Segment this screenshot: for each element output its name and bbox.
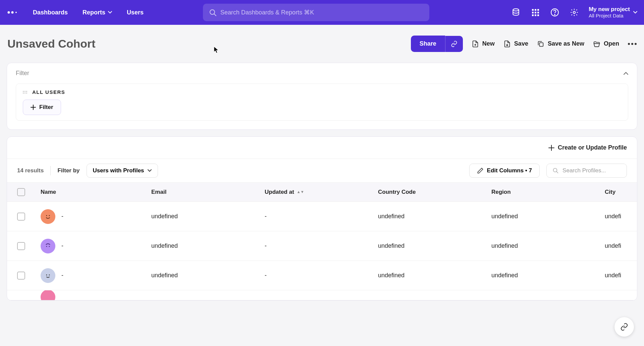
apps-grid-icon[interactable]	[530, 7, 540, 17]
cell-email: undefined	[151, 272, 265, 279]
create-profile-button[interactable]: Create or Update Profile	[548, 144, 627, 151]
plus-icon	[31, 105, 36, 110]
row-checkbox[interactable]	[17, 242, 25, 250]
cell-email: undefined	[151, 242, 265, 249]
filter-label: Filter	[16, 70, 29, 77]
profiles-table: Name Email Updated at ▲▼ Country Code Re…	[7, 182, 637, 300]
svg-rect-6	[532, 9, 534, 11]
svg-point-17	[573, 11, 576, 14]
share-button[interactable]: Share	[411, 36, 445, 52]
col-region[interactable]: Region	[491, 189, 605, 195]
nav-dashboards[interactable]: Dashboards	[25, 0, 75, 25]
svg-rect-10	[535, 12, 536, 13]
users-with-profiles-dropdown[interactable]: Users with Profiles	[87, 164, 158, 178]
results-count: 14 results	[17, 167, 44, 174]
help-icon[interactable]	[550, 7, 560, 17]
table-row[interactable]: - undefined - undefined undefined undefi	[7, 202, 637, 231]
col-updated-at[interactable]: Updated at ▲▼	[265, 189, 378, 195]
add-filter-button[interactable]: Filter	[23, 100, 61, 115]
col-country-code[interactable]: Country Code	[378, 189, 491, 195]
nav-reports-label: Reports	[83, 9, 105, 16]
col-email[interactable]: Email	[151, 189, 265, 195]
col-city[interactable]: City	[605, 189, 637, 195]
new-button[interactable]: New	[472, 40, 495, 48]
add-filter-label: Filter	[39, 104, 53, 111]
select-all-checkbox[interactable]	[17, 188, 25, 196]
drag-handle-icon[interactable]	[23, 91, 28, 94]
uwp-label: Users with Profiles	[93, 167, 144, 174]
edit-columns-button[interactable]: Edit Columns • 7	[469, 164, 540, 178]
open-label: Open	[604, 40, 619, 47]
svg-rect-12	[532, 14, 534, 16]
svg-point-30	[49, 246, 50, 247]
avatar	[41, 239, 55, 253]
svg-point-16	[554, 14, 555, 15]
svg-rect-13	[535, 14, 536, 16]
svg-rect-8	[537, 9, 539, 11]
nav-users[interactable]: Users	[119, 0, 151, 25]
copy-link-button[interactable]	[445, 36, 463, 52]
search-profiles[interactable]	[546, 164, 627, 178]
row-checkbox[interactable]	[17, 272, 25, 280]
search-profiles-input[interactable]	[562, 167, 621, 174]
search-placeholder: Search Dashboards & Reports ⌘K	[220, 9, 314, 16]
row-checkbox[interactable]	[17, 213, 25, 221]
link-icon	[451, 41, 458, 47]
app-logo[interactable]	[6, 6, 19, 19]
filter-by-label: Filter by	[57, 167, 79, 174]
open-button[interactable]: Open	[593, 40, 619, 48]
cell-updated: -	[265, 272, 378, 279]
cell-cc: undefined	[378, 213, 491, 220]
project-scope: All Project Data	[589, 13, 630, 19]
table-row[interactable]: - undefined - undefined undefined undefi	[7, 231, 637, 261]
settings-icon[interactable]	[569, 7, 579, 17]
all-users-header: ALL USERS	[23, 89, 621, 95]
cell-updated: -	[265, 242, 378, 249]
cell-region: undefined	[491, 213, 605, 220]
create-profile-label: Create or Update Profile	[558, 144, 627, 151]
table-row[interactable]	[7, 290, 637, 300]
table-row[interactable]: - undefined - undefined undefined undefi	[7, 261, 637, 290]
nav-reports[interactable]: Reports	[75, 0, 119, 25]
save-as-new-button[interactable]: Save as New	[537, 40, 584, 48]
filter-card: Filter ALL USERS Filter	[7, 63, 637, 130]
svg-point-1	[11, 11, 14, 14]
profiles-card: Create or Update Profile 14 results Filt…	[7, 136, 637, 301]
svg-line-26	[556, 171, 558, 173]
page-title: Unsaved Cohort	[7, 37, 96, 50]
svg-point-5	[513, 9, 519, 11]
avatar	[41, 290, 55, 300]
cell-name: -	[61, 213, 63, 220]
project-switcher[interactable]: My new project All Project Data	[589, 6, 637, 19]
svg-point-28	[49, 215, 50, 216]
cell-cc: undefined	[378, 272, 491, 279]
page-header: Unsaved Cohort Share New Save Save as Ne…	[0, 25, 644, 56]
new-label: New	[482, 40, 495, 47]
topbar-right: My new project All Project Data	[511, 6, 637, 19]
chevron-up-icon	[624, 72, 628, 75]
chevron-down-icon	[108, 11, 112, 14]
svg-point-0	[8, 11, 10, 14]
global-search[interactable]: Search Dashboards & Reports ⌘K	[203, 4, 429, 21]
save-icon	[503, 40, 511, 48]
col-name[interactable]: Name	[41, 189, 151, 195]
pencil-icon	[477, 167, 484, 174]
search-icon	[209, 9, 216, 16]
project-name: My new project	[589, 6, 630, 13]
svg-point-32	[49, 274, 50, 275]
action-bar: Share New Save Save as New Open	[411, 36, 637, 52]
svg-point-31	[46, 274, 47, 275]
save-button[interactable]: Save	[503, 40, 528, 48]
filter-section-header[interactable]: Filter	[7, 63, 637, 83]
sort-icon: ▲▼	[297, 191, 304, 193]
svg-rect-7	[535, 9, 536, 11]
svg-line-4	[214, 14, 216, 16]
share-button-group: Share	[411, 36, 463, 52]
save-label: Save	[514, 40, 528, 47]
cell-name: -	[61, 272, 63, 279]
floating-link-button[interactable]	[614, 317, 634, 337]
more-menu[interactable]	[628, 43, 637, 45]
data-icon[interactable]	[511, 7, 521, 17]
svg-rect-14	[537, 14, 539, 16]
cell-city: undefi	[605, 242, 637, 249]
